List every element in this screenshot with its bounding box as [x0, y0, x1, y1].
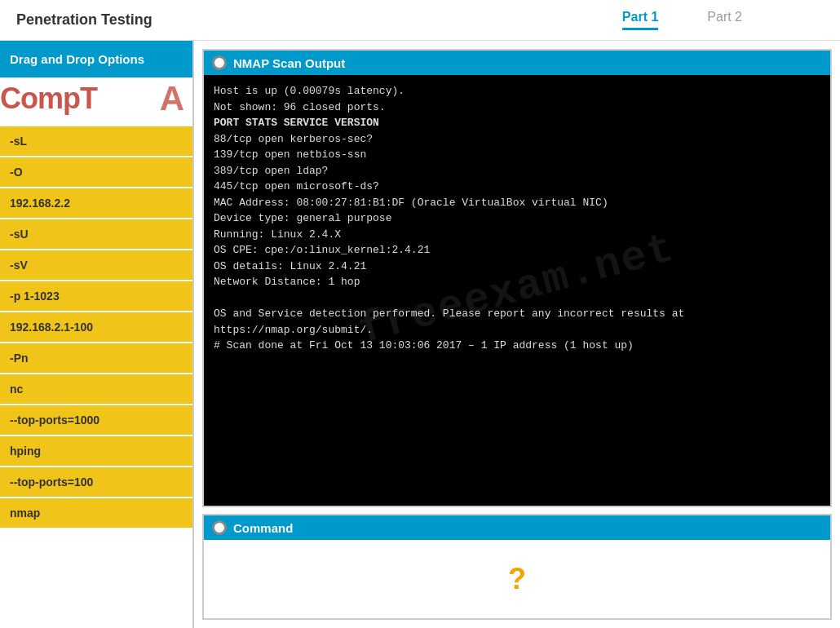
drag-item-hping[interactable]: hping: [0, 436, 192, 466]
comptia-logo-area: CompT A: [0, 77, 192, 126]
nmap-line-6: 445/tcp open microsoft-ds?: [214, 179, 820, 195]
nmap-line-14: OS and Service detection performed. Plea…: [214, 306, 820, 322]
command-drop-zone[interactable]: ?: [204, 540, 830, 618]
page-header: Penetration Testing Part 1 Part 2: [0, 0, 840, 41]
nmap-line-10: OS CPE: cpe:/o:linux_kernel:2.4.21: [214, 242, 820, 259]
drag-item-ip1[interactable]: 192.168.2.2: [0, 188, 192, 218]
page-title: Penetration Testing: [16, 11, 622, 29]
nmap-line-3: 88/tcp open kerberos-sec?: [214, 131, 820, 148]
nmap-line-8: Device type: general purpose: [214, 210, 820, 227]
drag-item-sl[interactable]: -sL: [0, 126, 192, 156]
nmap-header-icon: [212, 55, 227, 70]
sidebar: Drag and Drop Options CompT A -sL -O 192…: [0, 41, 194, 628]
drag-item-pn[interactable]: -Pn: [0, 343, 192, 373]
nmap-line-5: 389/tcp open ldap?: [214, 163, 820, 179]
drag-item-su[interactable]: -sU: [0, 219, 192, 249]
comptia-logo-text: CompT: [0, 82, 97, 116]
nmap-output: freeexam.net Host is up (0.00079s latenc…: [204, 75, 830, 506]
nmap-line-0: Host is up (0.00079s latency).: [214, 83, 820, 100]
nmap-line-11: OS details: Linux 2.4.21: [214, 259, 820, 275]
nmap-line-2: PORT STATS SERVICE VERSION: [214, 115, 820, 131]
main-layout: Drag and Drop Options CompT A -sL -O 192…: [0, 41, 840, 628]
drag-item-top100[interactable]: --top-ports=100: [0, 467, 192, 497]
nmap-line-4: 139/tcp open netbios-ssn: [214, 147, 820, 163]
nmap-panel: NMAP Scan Output freeexam.net Host is up…: [202, 49, 832, 507]
drag-item-p[interactable]: -p 1-1023: [0, 281, 192, 311]
nmap-line-blank: [214, 290, 820, 307]
nmap-panel-header: NMAP Scan Output: [204, 51, 830, 75]
drag-item-top1000[interactable]: --top-ports=1000: [0, 405, 192, 435]
drag-item-ip2[interactable]: 192.168.2.1-100: [0, 312, 192, 342]
nmap-line-16: # Scan done at Fri Oct 13 10:03:06 2017 …: [214, 338, 820, 354]
drag-item-sv[interactable]: -sV: [0, 250, 192, 280]
nmap-line-7: MAC Address: 08:00:27:81:B1:DF (Oracle V…: [214, 195, 820, 211]
command-header-icon: [212, 520, 227, 535]
tab-bar: Part 1 Part 2: [622, 10, 742, 30]
command-panel-header: Command: [204, 515, 830, 540]
content-area: NMAP Scan Output freeexam.net Host is up…: [194, 41, 840, 628]
drag-item-nc[interactable]: nc: [0, 374, 192, 404]
nmap-panel-title: NMAP Scan Output: [233, 56, 345, 70]
command-panel: Command ?: [202, 514, 832, 620]
tab-part1[interactable]: Part 1: [622, 10, 658, 30]
nmap-line-12: Network Distance: 1 hop: [214, 274, 820, 290]
nmap-line-15: https://nmap.org/submit/.: [214, 322, 820, 338]
tab-part2[interactable]: Part 2: [707, 10, 742, 30]
sidebar-header: Drag and Drop Options: [0, 41, 192, 77]
comptia-a-icon: A: [160, 79, 184, 118]
question-mark-icon: ?: [508, 562, 526, 596]
command-panel-title: Command: [233, 521, 293, 535]
drag-item-o[interactable]: -O: [0, 157, 192, 187]
drag-item-nmap[interactable]: nmap: [0, 498, 192, 528]
nmap-line-1: Not shown: 96 closed ports.: [214, 100, 820, 116]
nmap-line-9: Running: Linux 2.4.X: [214, 227, 820, 243]
